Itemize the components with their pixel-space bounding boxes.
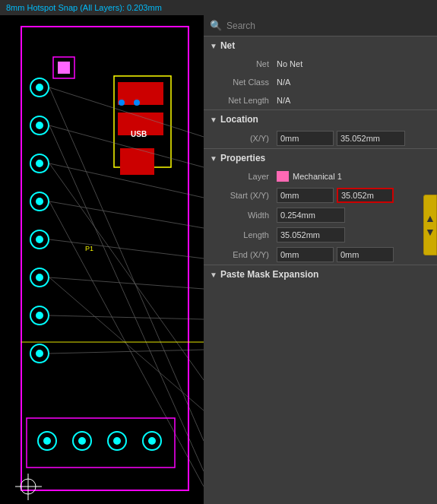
length-label: Length xyxy=(216,230,277,239)
netclass-row: Net Class N/A xyxy=(204,73,437,91)
netclass-label: Net Class xyxy=(216,78,277,87)
net-row: Net No Net xyxy=(204,55,437,73)
net-label: Net xyxy=(216,59,277,68)
svg-point-42 xyxy=(43,437,51,445)
start-section-wrapper: Start (X/Y) Width Length End (X/Y) xyxy=(204,185,437,265)
start-xy-row: Start (X/Y) xyxy=(204,185,437,205)
section-paste-mask[interactable]: ▼ Paste Mask Expansion xyxy=(204,265,437,284)
net-triangle-icon: ▼ xyxy=(210,42,217,50)
search-bar: 🔍 xyxy=(204,15,437,36)
svg-point-46 xyxy=(113,437,121,445)
start-xy-label: Start (X/Y) xyxy=(216,191,277,200)
start-xy-inputs xyxy=(277,188,394,203)
net-section-label: Net xyxy=(220,40,235,51)
location-y-input[interactable] xyxy=(337,131,405,146)
paste-mask-section-label: Paste Mask Expansion xyxy=(220,269,318,280)
width-input[interactable] xyxy=(277,208,345,223)
layer-color-swatch xyxy=(277,171,289,182)
start-x-input[interactable] xyxy=(277,188,334,203)
svg-point-15 xyxy=(36,312,43,319)
svg-point-11 xyxy=(36,236,43,243)
location-triangle-icon: ▼ xyxy=(210,116,217,124)
arrow-down-icon: ▼ xyxy=(425,227,435,237)
section-location[interactable]: ▼ Location xyxy=(204,110,437,128)
netlength-label: Net Length xyxy=(216,96,277,105)
properties-section-label: Properties xyxy=(220,153,265,163)
layer-row: Layer Mechanical 1 xyxy=(204,167,437,185)
location-section-label: Location xyxy=(220,114,258,125)
properties-triangle-icon: ▼ xyxy=(210,154,217,163)
scroll-arrow-button[interactable]: ▲ ▼ xyxy=(423,195,437,255)
hotspot-snap-label: 8mm Hotspot Snap (All Layers): 0.203mm xyxy=(6,3,162,12)
length-row: Length xyxy=(204,225,437,245)
paste-mask-triangle-icon: ▼ xyxy=(210,271,217,279)
svg-text:P1: P1 xyxy=(85,245,93,252)
length-input[interactable] xyxy=(277,227,345,242)
layer-name-text: Mechanical 1 xyxy=(293,172,342,181)
right-panel: 🔍 ▼ Net Net No Net Net Class N/A Net Len… xyxy=(204,15,437,504)
location-x-input[interactable] xyxy=(277,131,334,146)
main-area: USB P1 xyxy=(0,15,437,504)
net-value: No Net xyxy=(277,59,431,68)
pcb-canvas: USB P1 xyxy=(0,15,204,504)
svg-point-22 xyxy=(119,100,125,106)
search-input[interactable] xyxy=(226,21,431,31)
netlength-value: N/A xyxy=(277,96,431,105)
search-icon: 🔍 xyxy=(210,20,222,31)
location-xy-label: (X/Y) xyxy=(216,134,277,143)
width-row: Width xyxy=(204,205,437,225)
svg-point-13 xyxy=(36,274,43,281)
end-xy-row: End (X/Y) xyxy=(204,245,437,265)
end-x-input[interactable] xyxy=(277,247,334,262)
svg-text:USB: USB xyxy=(131,130,147,138)
svg-point-5 xyxy=(36,122,43,129)
arrow-up-icon: ▲ xyxy=(425,213,435,223)
svg-point-44 xyxy=(78,437,86,445)
svg-point-23 xyxy=(134,100,140,106)
section-properties[interactable]: ▼ Properties xyxy=(204,149,437,167)
svg-point-17 xyxy=(36,350,43,357)
svg-point-9 xyxy=(36,198,43,205)
section-net[interactable]: ▼ Net xyxy=(204,36,437,55)
top-bar: 8mm Hotspot Snap (All Layers): 0.203mm xyxy=(0,0,437,15)
svg-point-7 xyxy=(36,160,43,167)
end-xy-inputs xyxy=(277,247,394,262)
start-y-input[interactable] xyxy=(337,188,394,203)
location-xy-row: (X/Y) xyxy=(204,128,437,148)
location-xy-inputs xyxy=(277,131,405,146)
netlength-row: Net Length N/A xyxy=(204,91,437,109)
svg-point-3 xyxy=(36,84,43,91)
end-xy-label: End (X/Y) xyxy=(216,250,277,259)
svg-point-48 xyxy=(148,437,156,445)
layer-label: Layer xyxy=(216,172,277,181)
svg-rect-26 xyxy=(58,62,70,74)
netclass-value: N/A xyxy=(277,78,431,87)
end-y-input[interactable] xyxy=(337,247,394,262)
svg-rect-19 xyxy=(118,82,163,105)
width-label: Width xyxy=(216,211,277,220)
